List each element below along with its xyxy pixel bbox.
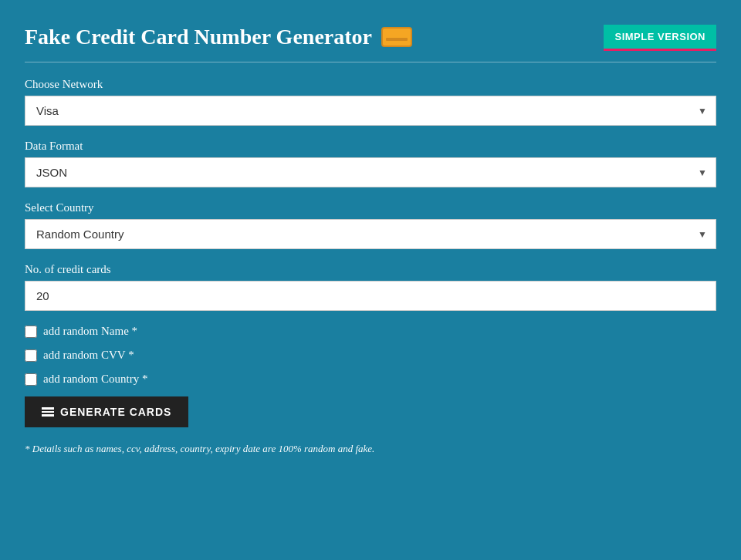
cvv-checkbox[interactable] xyxy=(25,349,37,362)
country-group: Select Country Random Country United Sta… xyxy=(25,201,716,249)
quantity-input[interactable] xyxy=(25,281,716,311)
svg-rect-0 xyxy=(42,407,54,409)
network-label: Choose Network xyxy=(25,78,716,91)
network-group: Choose Network Visa Mastercard American … xyxy=(25,78,716,126)
generate-button[interactable]: GENERATE CARDS xyxy=(25,396,188,427)
cvv-checkbox-label[interactable]: add random CVV * xyxy=(43,349,134,362)
name-checkbox-label[interactable]: add random Name * xyxy=(43,325,137,338)
list-icon xyxy=(42,407,54,417)
quantity-group: No. of credit cards xyxy=(25,263,716,311)
network-select[interactable]: Visa Mastercard American Express Discove… xyxy=(25,96,716,126)
format-label: Data Format xyxy=(25,140,716,153)
simple-version-button[interactable]: Simple Version xyxy=(604,25,716,49)
country-label: Select Country xyxy=(25,201,716,214)
quantity-label: No. of credit cards xyxy=(25,263,716,276)
list-svg-icon xyxy=(42,407,54,417)
generate-label: GENERATE CARDS xyxy=(60,406,171,418)
country-select-wrapper: Random Country United States United King… xyxy=(25,219,716,249)
title-text: Fake Credit Card Number Generator xyxy=(25,25,372,49)
country-checkbox[interactable] xyxy=(25,373,37,386)
format-group: Data Format JSON CSV XML Plain xyxy=(25,140,716,187)
credit-card-icon xyxy=(381,27,412,47)
country-checkbox-group: add random Country * xyxy=(25,373,716,386)
country-checkbox-label[interactable]: add random Country * xyxy=(43,373,147,386)
svg-rect-2 xyxy=(42,415,54,417)
name-checkbox[interactable] xyxy=(25,326,37,338)
format-select[interactable]: JSON CSV XML Plain xyxy=(25,157,716,187)
header-row: Fake Credit Card Number Generator Simple… xyxy=(25,25,716,49)
svg-rect-1 xyxy=(42,411,54,413)
disclaimer-text: * Details such as names, ccv, address, c… xyxy=(25,443,716,455)
main-container: Fake Credit Card Number Generator Simple… xyxy=(0,0,741,560)
network-select-wrapper: Visa Mastercard American Express Discove… xyxy=(25,96,716,126)
format-select-wrapper: JSON CSV XML Plain xyxy=(25,157,716,187)
name-checkbox-group: add random Name * xyxy=(25,325,716,338)
cvv-checkbox-group: add random CVV * xyxy=(25,349,716,362)
header-divider xyxy=(25,62,716,62)
page-title: Fake Credit Card Number Generator xyxy=(25,25,412,49)
country-select[interactable]: Random Country United States United King… xyxy=(25,219,716,249)
